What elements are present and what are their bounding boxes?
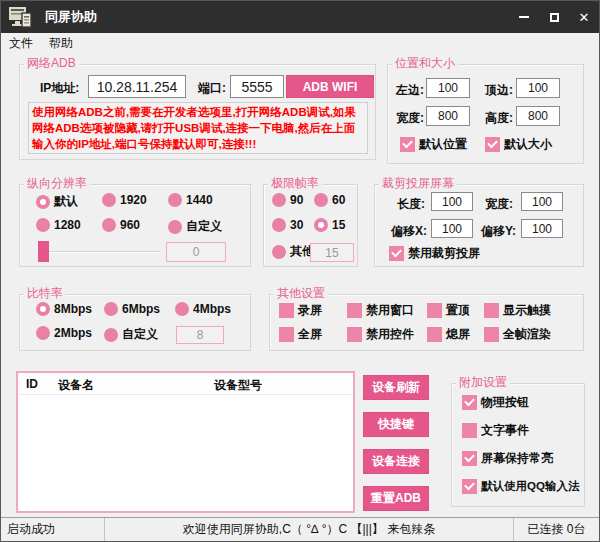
group-extra-settings: 附加设置 物理按钮 文字事件 屏幕保持常亮 默认使用QQ输入法 <box>451 383 585 507</box>
column-id: ID <box>26 377 38 391</box>
height-input[interactable]: 800 <box>516 106 560 126</box>
checkbox-icon <box>427 327 442 342</box>
radio-fps-60[interactable]: 60 <box>314 193 345 207</box>
radio-resolution-1920[interactable]: 1920 <box>102 193 147 207</box>
group-network-adb: 网络ADB IP地址: 10.28.11.254 端口: 5555 ADB WI… <box>19 64 376 160</box>
checkbox-physical-buttons[interactable]: 物理按钮 <box>462 394 529 411</box>
close-button[interactable]: ✕ <box>569 1 599 33</box>
group-resolution-title: 纵向分辨率 <box>24 176 90 190</box>
fps-custom-input[interactable]: 15 <box>310 243 354 262</box>
radio-bitrate-6mbps[interactable]: 6Mbps <box>104 302 160 316</box>
radio-icon <box>314 218 328 232</box>
radio-icon <box>272 193 286 207</box>
device-list[interactable]: ID 设备名 设备型号 <box>16 371 355 513</box>
radio-resolution-1440[interactable]: 1440 <box>168 193 213 207</box>
resolution-custom-input[interactable]: 0 <box>166 242 226 262</box>
radio-label: 1440 <box>186 193 213 207</box>
menu-help[interactable]: 帮助 <box>41 33 81 53</box>
radio-fps-90[interactable]: 90 <box>272 193 303 207</box>
checkbox-icon <box>484 327 499 342</box>
group-extra-settings-title: 附加设置 <box>456 375 510 389</box>
checkbox-full-frame-render[interactable]: 全帧渲染 <box>484 326 551 343</box>
crop-width-input[interactable]: 100 <box>521 192 563 211</box>
radio-resolution-960[interactable]: 960 <box>102 218 140 232</box>
radio-bitrate-custom[interactable]: 自定义 <box>104 326 158 343</box>
radio-icon <box>104 328 118 342</box>
checkbox-always-on-top[interactable]: 置顶 <box>427 302 470 319</box>
resolution-slider[interactable] <box>38 241 160 262</box>
checkbox-label: 默认使用QQ输入法 <box>481 479 579 494</box>
ip-label: IP地址: <box>40 80 79 97</box>
radio-resolution-default[interactable]: 默认 <box>36 193 78 210</box>
radio-label: 30 <box>290 218 303 232</box>
port-input[interactable]: 5555 <box>230 75 284 98</box>
checkbox-record-screen[interactable]: 录屏 <box>279 302 322 319</box>
shortcut-keys-button[interactable]: 快捷键 <box>363 412 429 437</box>
radio-bitrate-8mbps[interactable]: 8Mbps <box>36 302 92 316</box>
radio-resolution-1280[interactable]: 1280 <box>36 218 81 232</box>
checkbox-icon <box>485 137 500 152</box>
checkbox-default-position[interactable]: 默认位置 <box>400 136 467 153</box>
width-input[interactable]: 800 <box>426 106 470 126</box>
left-label: 左边: <box>396 82 424 99</box>
checkbox-text-events[interactable]: 文字事件 <box>462 422 529 439</box>
radio-icon <box>104 302 118 316</box>
checkbox-icon <box>347 327 362 342</box>
group-position-size-title: 位置和大小 <box>392 56 458 70</box>
radio-bitrate-2mbps[interactable]: 2Mbps <box>36 326 92 340</box>
status-center-text: 欢迎使用同屏协助,C（ °∆ °）C 【|||】 来包辣条 <box>183 521 435 538</box>
crop-length-input[interactable]: 100 <box>431 192 473 211</box>
checkbox-keep-screen-on[interactable]: 屏幕保持常亮 <box>462 450 553 467</box>
radio-bitrate-4mbps[interactable]: 4Mbps <box>175 302 231 316</box>
menu-file[interactable]: 文件 <box>1 33 41 53</box>
checkbox-screen-off[interactable]: 熄屏 <box>427 326 470 343</box>
radio-icon <box>168 193 182 207</box>
adb-wifi-button[interactable]: ADB WIFI <box>286 75 374 98</box>
group-crop-screen: 裁剪投屏屏幕 长度: 100 宽度: 100 偏移X: 100 偏移Y: 100… <box>374 184 584 267</box>
checkbox-icon <box>427 303 442 318</box>
maximize-button[interactable] <box>539 1 569 33</box>
crop-offsetx-label: 偏移X: <box>391 223 427 240</box>
checkbox-label: 默认大小 <box>504 136 552 153</box>
checkbox-icon <box>484 303 499 318</box>
radio-fps-15[interactable]: 15 <box>314 218 345 232</box>
radio-label: 8Mbps <box>54 302 92 316</box>
slider-thumb[interactable] <box>38 241 49 262</box>
titlebar: 同屏协助 ✕ <box>1 1 599 33</box>
bitrate-custom-input[interactable]: 8 <box>176 326 224 344</box>
left-input[interactable]: 100 <box>426 78 470 98</box>
status-left-text: 启动成功 <box>7 521 55 538</box>
radio-icon <box>36 218 50 232</box>
checkbox-disable-crop[interactable]: 禁用裁剪投屏 <box>389 245 480 262</box>
radio-label: 4Mbps <box>193 302 231 316</box>
reset-adb-button[interactable]: 重置ADB <box>363 486 429 511</box>
crop-width-label: 宽度: <box>485 196 513 213</box>
checkbox-default-size[interactable]: 默认大小 <box>485 136 552 153</box>
radio-fps-30[interactable]: 30 <box>272 218 303 232</box>
checkbox-default-qq-ime[interactable]: 默认使用QQ输入法 <box>462 479 579 494</box>
top-input[interactable]: 100 <box>516 78 560 98</box>
crop-offsety-input[interactable]: 100 <box>521 219 563 238</box>
checkbox-disable-window[interactable]: 禁用窗口 <box>347 302 414 319</box>
checkbox-fullscreen[interactable]: 全屏 <box>279 326 322 343</box>
checkbox-icon <box>347 303 362 318</box>
checkbox-label: 显示触摸 <box>503 302 551 319</box>
ip-input[interactable]: 10.28.11.254 <box>88 75 186 98</box>
status-right-text: 已连接 0台 <box>527 521 585 538</box>
radio-resolution-custom[interactable]: 自定义 <box>168 218 222 235</box>
device-refresh-button[interactable]: 设备刷新 <box>363 375 429 400</box>
checkbox-label: 禁用控件 <box>366 326 414 343</box>
checkbox-label: 物理按钮 <box>481 394 529 411</box>
radio-icon <box>102 218 116 232</box>
height-label: 高度: <box>485 110 513 127</box>
minimize-button[interactable] <box>509 1 539 33</box>
checkbox-icon <box>462 479 477 494</box>
minimize-icon <box>519 16 529 18</box>
device-connect-button[interactable]: 设备连接 <box>363 449 429 474</box>
radio-fps-other[interactable]: 其他 <box>272 243 314 260</box>
checkbox-disable-controls[interactable]: 禁用控件 <box>347 326 414 343</box>
app-icon <box>9 6 33 28</box>
radio-label: 60 <box>332 193 345 207</box>
checkbox-show-touch[interactable]: 显示触摸 <box>484 302 551 319</box>
crop-offsetx-input[interactable]: 100 <box>431 219 473 238</box>
